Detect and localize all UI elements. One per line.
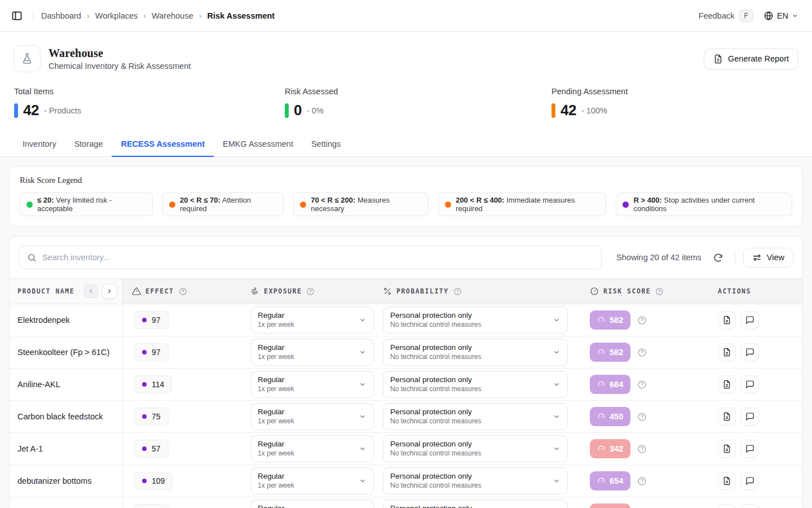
chevron-down-icon xyxy=(359,445,367,453)
document-button[interactable] xyxy=(718,375,736,393)
document-button[interactable] xyxy=(718,311,736,329)
comment-button[interactable] xyxy=(741,375,759,393)
tab[interactable]: Inventory xyxy=(14,133,65,157)
probability-select[interactable]: Personal protection only No technical co… xyxy=(383,306,568,334)
effect-dot-icon xyxy=(142,318,147,322)
product-name-cell: Carbon black feedstock xyxy=(10,401,123,432)
help-icon[interactable] xyxy=(306,287,315,296)
probability-value: Personal protection only xyxy=(390,440,481,449)
help-icon[interactable] xyxy=(453,287,462,296)
search-input[interactable] xyxy=(42,253,593,262)
exposure-select[interactable]: Regular 1x per week xyxy=(250,306,374,334)
effect-cell: 57 xyxy=(123,440,241,458)
help-icon[interactable] xyxy=(637,348,647,357)
tab[interactable]: Settings xyxy=(302,133,350,157)
chevron-down-icon xyxy=(359,413,367,421)
probability-cell: Personal protection only No technical co… xyxy=(374,339,581,366)
effect-cell: 75 xyxy=(123,408,241,426)
breadcrumb-workplaces[interactable]: Workplaces xyxy=(95,11,138,20)
help-icon[interactable] xyxy=(637,412,647,422)
probability-select[interactable]: Personal protection only No technical co… xyxy=(383,371,568,398)
stat-value: 42 xyxy=(23,102,39,119)
help-icon[interactable] xyxy=(637,380,647,389)
product-name-cell: Elektrodenpek xyxy=(10,304,123,336)
comment-button[interactable] xyxy=(741,311,759,329)
exposure-select[interactable]: Regular 1x per week xyxy=(250,339,374,366)
risk-score-cell: 654 xyxy=(581,471,709,491)
exposure-value: Regular xyxy=(258,375,294,385)
globe-icon xyxy=(764,11,774,21)
gauge-icon xyxy=(597,477,606,485)
prev-page-button[interactable] xyxy=(83,284,98,299)
gauge-icon xyxy=(597,380,606,389)
risk-score-legend-card: Risk Score Legend ≤ 20: Very limited ris… xyxy=(9,166,803,227)
exposure-select[interactable]: Regular 1x per week xyxy=(250,500,374,508)
generate-report-button[interactable]: Generate Report xyxy=(704,49,798,69)
tab[interactable]: Storage xyxy=(65,133,112,157)
comment-button[interactable] xyxy=(741,504,759,508)
probability-select[interactable]: Personal protection only No technical co… xyxy=(383,500,568,508)
table-row: Jet A-1 57 Regular 1x per week xyxy=(10,433,802,465)
comment-button[interactable] xyxy=(741,408,759,426)
refresh-button[interactable] xyxy=(709,249,727,266)
exposure-select[interactable]: Regular 1x per week xyxy=(250,435,374,462)
exposure-select[interactable]: Regular 1x per week xyxy=(250,403,374,430)
help-icon[interactable] xyxy=(637,316,647,325)
help-icon[interactable] xyxy=(655,287,664,296)
chevron-down-icon xyxy=(359,380,367,388)
warning-triangle-icon xyxy=(132,287,141,296)
risk-score-cell: 582 xyxy=(581,343,709,362)
view-button[interactable]: View xyxy=(743,248,793,268)
tab-bar: Inventory Storage RECESS Assessment EMKG… xyxy=(0,133,812,157)
stat-suffix: - 100% xyxy=(581,106,607,115)
breadcrumb-dashboard[interactable]: Dashboard xyxy=(41,11,81,20)
breadcrumb-warehouse[interactable]: Warehouse xyxy=(152,11,193,20)
comment-button[interactable] xyxy=(741,472,759,490)
help-icon[interactable] xyxy=(179,287,187,296)
column-exposure: EXPOSURE xyxy=(241,279,374,304)
legend-dot-icon xyxy=(300,202,306,208)
probability-select[interactable]: Personal protection only No technical co… xyxy=(383,339,568,366)
search-box[interactable] xyxy=(19,246,602,269)
language-selector[interactable]: EN xyxy=(764,11,798,21)
exposure-select[interactable]: Regular 1x per week xyxy=(250,467,374,494)
stat-label: Total Items xyxy=(14,87,271,96)
sidebar-toggle-button[interactable] xyxy=(9,8,25,24)
document-button[interactable] xyxy=(718,472,736,490)
comment-button[interactable] xyxy=(741,343,759,361)
gauge-icon xyxy=(597,445,606,453)
legend-title: Risk Score Legend xyxy=(20,176,792,185)
feedback-button[interactable]: Feedback F xyxy=(699,10,753,22)
chat-bubble-icon xyxy=(745,476,754,485)
comment-button[interactable] xyxy=(741,440,759,458)
next-page-button[interactable] xyxy=(102,284,117,299)
product-name-cell: Tangit All Pressure PVC-L... xyxy=(10,497,123,508)
table-row: Steenkoolteer (Fp > 61C) 97 Regular 1x p… xyxy=(10,336,802,369)
document-button[interactable] xyxy=(718,440,736,458)
effect-dot-icon xyxy=(142,350,147,354)
tab[interactable]: EMKG Assessment xyxy=(214,133,302,157)
file-icon xyxy=(722,316,731,325)
file-icon xyxy=(722,444,731,453)
exposure-select[interactable]: Regular 1x per week xyxy=(250,371,374,398)
document-button[interactable] xyxy=(718,504,736,508)
tab[interactable]: RECESS Assessment xyxy=(112,133,214,157)
page-subtitle: Chemical Inventory & Risk Assessment xyxy=(48,62,191,71)
probability-cell: Personal protection only No technical co… xyxy=(374,500,581,508)
exposure-subtext: 1x per week xyxy=(258,449,294,458)
probability-select[interactable]: Personal protection only No technical co… xyxy=(383,403,568,430)
document-button[interactable] xyxy=(718,408,736,426)
legend-dot-icon xyxy=(445,202,451,208)
help-icon[interactable] xyxy=(637,444,647,454)
document-button[interactable] xyxy=(718,343,736,361)
probability-select[interactable]: Personal protection only No technical co… xyxy=(383,435,568,462)
sliders-icon xyxy=(752,253,762,262)
help-icon[interactable] xyxy=(637,476,647,486)
probability-select[interactable]: Personal protection only No technical co… xyxy=(383,467,568,494)
legend-item: R > 400: Stop activities under current c… xyxy=(616,192,792,216)
probability-value: Personal protection only xyxy=(390,375,481,385)
product-name-cell: Aniline-AKL xyxy=(10,369,123,400)
stat-color-bar xyxy=(14,103,18,118)
chevron-down-icon xyxy=(553,380,561,388)
chevron-down-icon xyxy=(553,413,561,421)
